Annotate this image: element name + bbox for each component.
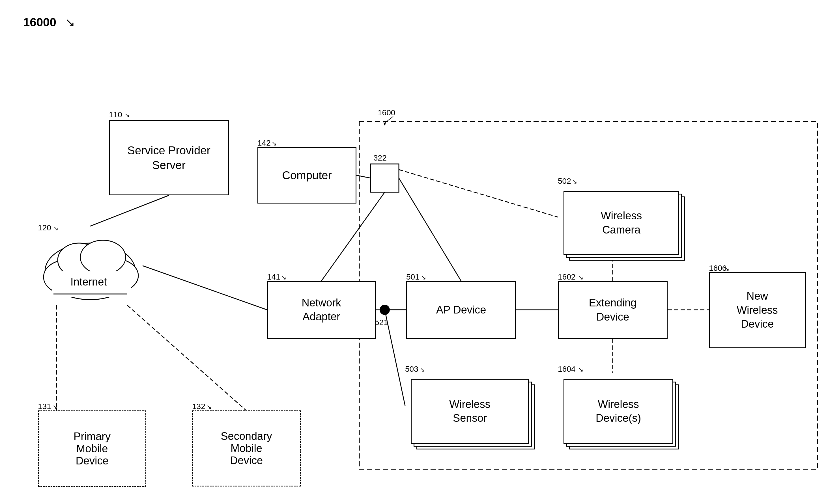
ref-1606-arrow: ↘ — [724, 265, 729, 273]
svg-point-8 — [44, 260, 89, 294]
svg-line-16 — [142, 266, 267, 310]
ref-501: 501 — [406, 273, 419, 281]
ref-1606: 1606 — [709, 264, 727, 273]
svg-line-26 — [399, 170, 558, 217]
svg-marker-2 — [384, 122, 386, 126]
service-provider-server-box: Service Provider Server — [109, 120, 229, 195]
svg-point-5 — [380, 305, 390, 315]
figure-arrow: ↘ — [65, 15, 75, 30]
ref-131: 131 — [38, 402, 51, 411]
ref-1602: 1602 — [558, 273, 575, 281]
ref-141-arrow: ↘ — [281, 274, 286, 281]
wireless-sensor-box: WirelessSensor — [411, 379, 529, 444]
ref-503-arrow: ↘ — [420, 366, 425, 373]
svg-point-9 — [90, 259, 138, 292]
ref-132: 132 — [192, 402, 205, 411]
wireless-camera-label: WirelessCamera — [601, 209, 642, 237]
wireless-camera-stack: WirelessCamera — [564, 191, 679, 255]
computer-label: Computer — [282, 168, 332, 183]
wireless-devices-stack: WirelessDevice(s) — [564, 379, 673, 444]
svg-point-11 — [80, 240, 126, 274]
network-adapter-label: NetworkAdapter — [301, 296, 341, 324]
diagram: 1600 322 521 Internet — [0, 0, 828, 504]
ref-1604: 1604 — [558, 365, 575, 374]
ref-132-arrow: ↘ — [207, 403, 212, 411]
ref-141: 141 — [267, 273, 280, 281]
svg-point-7 — [45, 243, 135, 300]
wireless-devices-label: WirelessDevice(s) — [596, 398, 641, 425]
ref-142-arrow: ↘ — [272, 140, 277, 147]
ref-142: 142 — [257, 139, 271, 147]
wireless-sensor-label: WirelessSensor — [449, 398, 491, 425]
svg-rect-12 — [52, 271, 131, 297]
svg-line-23 — [385, 310, 405, 406]
new-wireless-device-box: NewWirelessDevice — [709, 272, 805, 348]
ap-device-box: AP Device — [406, 281, 516, 339]
ref-503: 503 — [405, 365, 418, 374]
primary-mobile-device-box: PrimaryMobileDevice — [38, 410, 146, 487]
svg-line-20 — [399, 178, 461, 281]
secondary-mobile-device-box: SecondaryMobileDevice — [192, 410, 301, 487]
svg-text:322: 322 — [373, 153, 387, 162]
svg-text:521: 521 — [375, 318, 388, 327]
ref-110: 110 — [109, 110, 122, 119]
svg-line-19 — [357, 175, 371, 178]
figure-label: 16000 — [23, 15, 56, 29]
ap-device-label: AP Device — [436, 303, 486, 317]
ref-1604-arrow: ↘ — [578, 366, 583, 373]
service-provider-server-label: Service Provider Server — [110, 143, 228, 173]
secondary-mobile-device-label: SecondaryMobileDevice — [221, 430, 272, 467]
new-wireless-device-label: NewWirelessDevice — [737, 289, 778, 331]
svg-line-15 — [90, 195, 169, 226]
ref-110-arrow: ↘ — [124, 112, 130, 119]
primary-mobile-device-label: PrimaryMobileDevice — [74, 430, 111, 467]
ref-131-arrow: ↘ — [53, 403, 58, 411]
ref-502: 502 — [558, 177, 571, 186]
ref-120-arrow: ↘ — [53, 225, 58, 232]
ref-501-arrow: ↘ — [421, 274, 426, 281]
ref-502-arrow: ↘ — [572, 178, 577, 185]
svg-point-10 — [58, 243, 100, 277]
svg-text:1600: 1600 — [378, 108, 395, 117]
wireless-devices-box: WirelessDevice(s) — [564, 379, 673, 444]
wireless-sensor-stack: WirelessSensor — [411, 379, 529, 444]
svg-line-18 — [321, 192, 385, 281]
ref-120: 120 — [38, 223, 51, 232]
ref-1602-arrow: ↘ — [578, 274, 583, 281]
wireless-camera-box: WirelessCamera — [564, 191, 679, 255]
svg-line-25 — [127, 305, 246, 410]
computer-box: Computer — [257, 147, 357, 203]
network-adapter-box: NetworkAdapter — [267, 281, 376, 339]
extending-device-box: ExtendingDevice — [558, 281, 668, 339]
svg-text:Internet: Internet — [71, 276, 107, 288]
extending-device-label: ExtendingDevice — [589, 296, 636, 324]
svg-rect-3 — [371, 164, 399, 192]
